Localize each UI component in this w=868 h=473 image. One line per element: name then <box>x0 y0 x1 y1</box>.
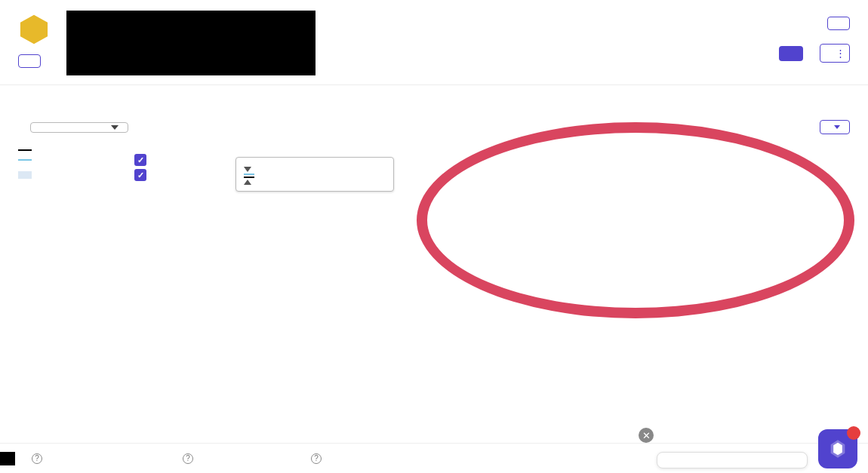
chat-icon <box>827 438 848 459</box>
chat-bubble[interactable] <box>657 452 808 468</box>
header: ⋮ <box>0 0 868 85</box>
help-icon[interactable]: ? <box>183 453 193 464</box>
chat-close-button[interactable]: ✕ <box>639 428 654 443</box>
export-csv-button[interactable] <box>820 120 850 134</box>
line-black-icon <box>18 149 32 151</box>
legend-industry-avg <box>18 154 146 166</box>
add-tag-button[interactable] <box>827 17 850 30</box>
resolved-events-link[interactable]: ? <box>178 453 193 464</box>
header-left <box>18 14 54 68</box>
line-blue-icon <box>244 174 254 175</box>
view-last-row <box>18 120 850 134</box>
months-select[interactable] <box>30 122 128 133</box>
history-section <box>0 85 868 370</box>
tooltip-max-row <box>244 167 386 172</box>
chart-area[interactable] <box>152 145 850 365</box>
line-black-icon <box>244 177 254 178</box>
vertical-dots-icon: ⋮ <box>836 52 839 54</box>
header-right: ⋮ <box>746 17 850 63</box>
propose-plan-button[interactable] <box>18 54 41 68</box>
tooltip-overall-row <box>244 177 386 178</box>
triangle-down-icon <box>244 167 251 172</box>
chevron-down-icon <box>834 125 840 129</box>
chart-wrap <box>18 145 850 365</box>
score-cluster <box>18 14 54 45</box>
new-events-link[interactable]: ? <box>27 453 42 464</box>
other-events-link[interactable]: ? <box>306 453 322 464</box>
industry-minmax-checkbox[interactable] <box>134 169 146 181</box>
event-log-badge <box>0 452 15 465</box>
help-icon[interactable]: ? <box>32 453 42 464</box>
tooltip-min-row <box>244 180 386 185</box>
legend-industry-minmax <box>18 169 146 181</box>
chat-badge <box>847 426 860 440</box>
triangle-up-icon <box>244 180 251 185</box>
header-links-row: ⋮ <box>746 44 850 63</box>
legend <box>18 145 146 196</box>
chart-tooltip <box>235 157 394 192</box>
line-blue-icon <box>18 159 32 161</box>
help-icon[interactable]: ? <box>311 453 322 464</box>
industry-avg-checkbox[interactable] <box>134 154 146 166</box>
contact-company-button[interactable] <box>779 46 803 61</box>
more-button[interactable]: ⋮ <box>820 44 850 63</box>
tooltip-avg-row <box>244 174 386 175</box>
redacted-block <box>66 11 315 75</box>
svg-marker-0 <box>20 15 48 45</box>
legend-overall <box>18 149 146 151</box>
box-blue-icon <box>18 171 32 179</box>
chat-launcher-button[interactable] <box>818 429 857 468</box>
grade-hexagon-icon <box>18 14 50 45</box>
